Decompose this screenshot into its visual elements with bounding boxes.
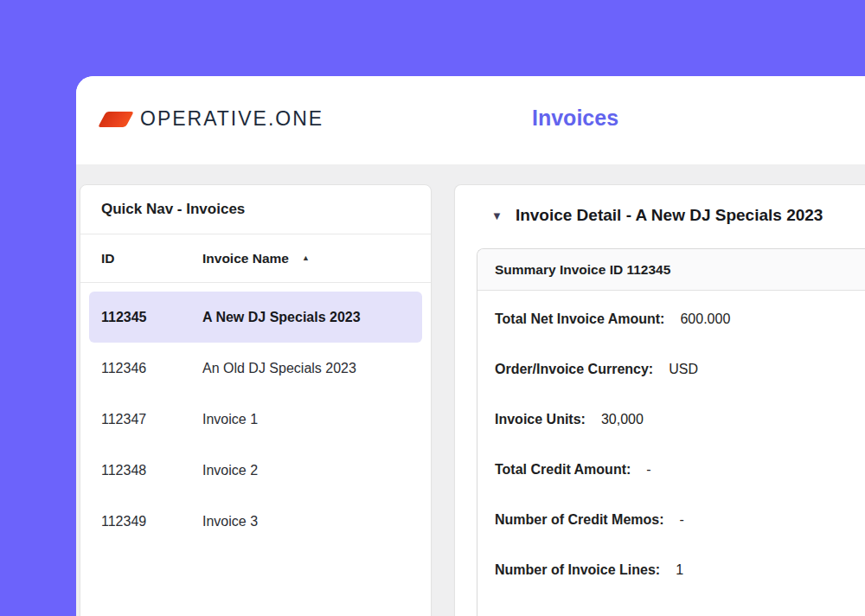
invoice-id-cell: 112345: [101, 310, 202, 325]
column-id[interactable]: ID: [101, 251, 202, 266]
invoice-detail-header: ▼ Invoice Detail - A New DJ Specials 202…: [455, 185, 865, 225]
sort-ascending-icon: ▲: [302, 253, 310, 262]
field-value: -: [646, 462, 650, 478]
invoice-name-cell: Invoice 3: [202, 514, 410, 529]
invoice-detail-title: Invoice Detail - A New DJ Specials 2023: [516, 206, 823, 225]
app-window: OPERATIVE.ONE Invoices Quick Nav - Invoi…: [76, 76, 865, 616]
invoice-row-list: 112345 A New DJ Specials 2023 112346 An …: [80, 283, 431, 547]
summary-field: Invoice Units: 30,000: [495, 395, 858, 445]
summary-card: Summary Invoice ID 112345 Total Net Invo…: [477, 248, 865, 616]
invoice-name-cell: An Old DJ Specials 2023: [202, 361, 410, 376]
operative-logo-icon: [98, 112, 134, 127]
invoice-name-cell: Invoice 2: [202, 463, 410, 478]
field-value: 600.000: [680, 311, 730, 327]
column-invoice-name-label: Invoice Name: [202, 251, 289, 266]
summary-card-header: Summary Invoice ID 112345: [477, 249, 865, 291]
content-area: Quick Nav - Invoices ID Invoice Name ▲ 1…: [76, 164, 865, 616]
quick-nav-table-header: ID Invoice Name ▲: [80, 234, 431, 283]
summary-field: Number of Invoice Lines: 1: [495, 545, 858, 595]
invoice-id-cell: 112348: [101, 463, 202, 478]
logo-text: OPERATIVE.ONE: [140, 107, 324, 131]
field-label: Total Net Invoice Amount:: [495, 311, 664, 327]
desktop-background: OPERATIVE.ONE Invoices Quick Nav - Invoi…: [0, 0, 865, 616]
page-title: Invoices: [532, 106, 618, 131]
invoice-name-cell: A New DJ Specials 2023: [202, 310, 410, 325]
field-value: -: [680, 512, 684, 528]
field-label: Order/Invoice Currency:: [495, 362, 653, 377]
column-invoice-name[interactable]: Invoice Name ▲: [202, 251, 410, 266]
field-label: Total Credit Amount:: [495, 462, 631, 478]
summary-field: Total Net Invoice Amount: 600.000: [495, 294, 858, 344]
collapse-icon[interactable]: ▼: [491, 210, 503, 221]
invoice-row[interactable]: 112345 A New DJ Specials 2023: [89, 292, 422, 343]
summary-card-body: Total Net Invoice Amount: 600.000 Order/…: [477, 291, 865, 595]
summary-field: Order/Invoice Currency: USD: [495, 344, 858, 395]
invoice-row[interactable]: 112347 Invoice 1: [89, 394, 422, 445]
invoice-row[interactable]: 112349 Invoice 3: [89, 496, 422, 547]
summary-field: Number of Credit Memos: -: [495, 495, 858, 545]
invoice-id-cell: 112349: [101, 514, 202, 529]
invoice-row[interactable]: 112346 An Old DJ Specials 2023: [89, 343, 422, 394]
field-label: Invoice Units:: [495, 412, 586, 427]
field-value: 30,000: [601, 412, 644, 427]
invoice-name-cell: Invoice 1: [202, 412, 410, 427]
field-value: USD: [669, 362, 698, 377]
app-header: OPERATIVE.ONE Invoices: [76, 76, 865, 164]
invoice-id-cell: 112346: [101, 361, 202, 376]
field-label: Number of Invoice Lines:: [495, 562, 660, 578]
quick-nav-panel: Quick Nav - Invoices ID Invoice Name ▲ 1…: [80, 184, 432, 616]
invoice-id-cell: 112347: [101, 412, 202, 427]
logo[interactable]: OPERATIVE.ONE: [102, 107, 324, 131]
invoice-row[interactable]: 112348 Invoice 2: [89, 445, 422, 496]
summary-field: Total Credit Amount: -: [495, 445, 858, 495]
invoice-detail-panel: ▼ Invoice Detail - A New DJ Specials 202…: [454, 184, 865, 616]
field-value: 1: [676, 562, 683, 578]
quick-nav-title: Quick Nav - Invoices: [80, 185, 431, 234]
field-label: Number of Credit Memos:: [495, 512, 664, 528]
